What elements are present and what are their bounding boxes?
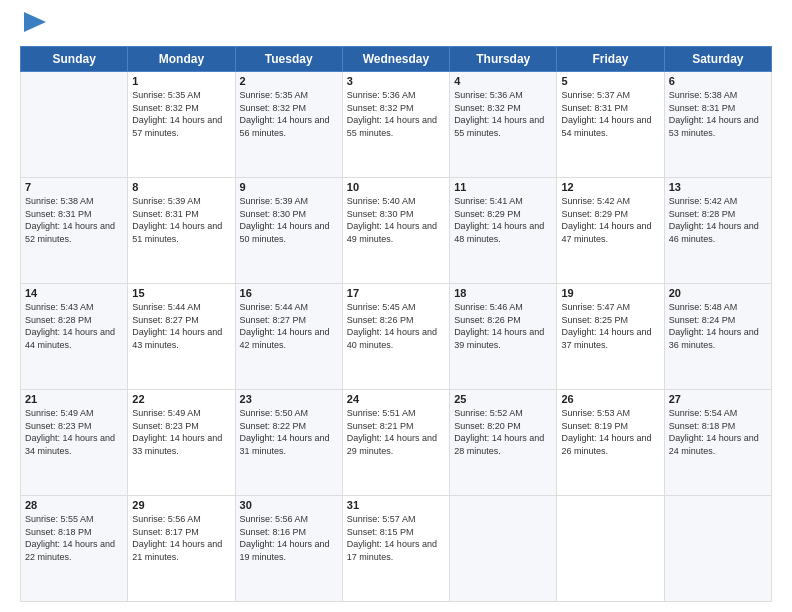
logo-arrow-icon bbox=[24, 12, 46, 32]
day-number: 10 bbox=[347, 181, 445, 193]
calendar-cell: 4Sunrise: 5:36 AMSunset: 8:32 PMDaylight… bbox=[450, 72, 557, 178]
calendar-cell: 27Sunrise: 5:54 AMSunset: 8:18 PMDayligh… bbox=[664, 390, 771, 496]
page: SundayMondayTuesdayWednesdayThursdayFrid… bbox=[0, 0, 792, 612]
calendar-cell: 10Sunrise: 5:40 AMSunset: 8:30 PMDayligh… bbox=[342, 178, 449, 284]
day-number: 13 bbox=[669, 181, 767, 193]
day-number: 15 bbox=[132, 287, 230, 299]
calendar-cell: 11Sunrise: 5:41 AMSunset: 8:29 PMDayligh… bbox=[450, 178, 557, 284]
cell-info: Sunrise: 5:49 AMSunset: 8:23 PMDaylight:… bbox=[25, 407, 123, 457]
day-number: 20 bbox=[669, 287, 767, 299]
calendar-cell bbox=[664, 496, 771, 602]
calendar-cell: 15Sunrise: 5:44 AMSunset: 8:27 PMDayligh… bbox=[128, 284, 235, 390]
cell-info: Sunrise: 5:36 AMSunset: 8:32 PMDaylight:… bbox=[454, 89, 552, 139]
cell-info: Sunrise: 5:39 AMSunset: 8:30 PMDaylight:… bbox=[240, 195, 338, 245]
calendar-cell: 20Sunrise: 5:48 AMSunset: 8:24 PMDayligh… bbox=[664, 284, 771, 390]
calendar-cell: 21Sunrise: 5:49 AMSunset: 8:23 PMDayligh… bbox=[21, 390, 128, 496]
day-number: 2 bbox=[240, 75, 338, 87]
cell-info: Sunrise: 5:54 AMSunset: 8:18 PMDaylight:… bbox=[669, 407, 767, 457]
day-number: 18 bbox=[454, 287, 552, 299]
day-number: 9 bbox=[240, 181, 338, 193]
calendar-week-row: 7Sunrise: 5:38 AMSunset: 8:31 PMDaylight… bbox=[21, 178, 772, 284]
cell-info: Sunrise: 5:43 AMSunset: 8:28 PMDaylight:… bbox=[25, 301, 123, 351]
cell-info: Sunrise: 5:39 AMSunset: 8:31 PMDaylight:… bbox=[132, 195, 230, 245]
day-number: 24 bbox=[347, 393, 445, 405]
cell-info: Sunrise: 5:56 AMSunset: 8:16 PMDaylight:… bbox=[240, 513, 338, 563]
calendar-cell: 14Sunrise: 5:43 AMSunset: 8:28 PMDayligh… bbox=[21, 284, 128, 390]
cell-info: Sunrise: 5:51 AMSunset: 8:21 PMDaylight:… bbox=[347, 407, 445, 457]
day-number: 14 bbox=[25, 287, 123, 299]
cell-info: Sunrise: 5:38 AMSunset: 8:31 PMDaylight:… bbox=[669, 89, 767, 139]
calendar-cell bbox=[21, 72, 128, 178]
weekday-header-tuesday: Tuesday bbox=[235, 47, 342, 72]
calendar-cell: 26Sunrise: 5:53 AMSunset: 8:19 PMDayligh… bbox=[557, 390, 664, 496]
day-number: 12 bbox=[561, 181, 659, 193]
day-number: 28 bbox=[25, 499, 123, 511]
calendar-cell: 13Sunrise: 5:42 AMSunset: 8:28 PMDayligh… bbox=[664, 178, 771, 284]
cell-info: Sunrise: 5:55 AMSunset: 8:18 PMDaylight:… bbox=[25, 513, 123, 563]
logo-text bbox=[20, 16, 46, 36]
calendar-cell: 12Sunrise: 5:42 AMSunset: 8:29 PMDayligh… bbox=[557, 178, 664, 284]
day-number: 27 bbox=[669, 393, 767, 405]
cell-info: Sunrise: 5:42 AMSunset: 8:29 PMDaylight:… bbox=[561, 195, 659, 245]
calendar-cell: 25Sunrise: 5:52 AMSunset: 8:20 PMDayligh… bbox=[450, 390, 557, 496]
cell-info: Sunrise: 5:40 AMSunset: 8:30 PMDaylight:… bbox=[347, 195, 445, 245]
day-number: 8 bbox=[132, 181, 230, 193]
header bbox=[20, 16, 772, 36]
svg-marker-0 bbox=[24, 12, 46, 32]
calendar-cell: 29Sunrise: 5:56 AMSunset: 8:17 PMDayligh… bbox=[128, 496, 235, 602]
cell-info: Sunrise: 5:44 AMSunset: 8:27 PMDaylight:… bbox=[240, 301, 338, 351]
cell-info: Sunrise: 5:35 AMSunset: 8:32 PMDaylight:… bbox=[132, 89, 230, 139]
calendar-cell: 17Sunrise: 5:45 AMSunset: 8:26 PMDayligh… bbox=[342, 284, 449, 390]
day-number: 16 bbox=[240, 287, 338, 299]
calendar-cell: 18Sunrise: 5:46 AMSunset: 8:26 PMDayligh… bbox=[450, 284, 557, 390]
calendar-cell: 22Sunrise: 5:49 AMSunset: 8:23 PMDayligh… bbox=[128, 390, 235, 496]
day-number: 5 bbox=[561, 75, 659, 87]
cell-info: Sunrise: 5:44 AMSunset: 8:27 PMDaylight:… bbox=[132, 301, 230, 351]
calendar-cell: 23Sunrise: 5:50 AMSunset: 8:22 PMDayligh… bbox=[235, 390, 342, 496]
cell-info: Sunrise: 5:48 AMSunset: 8:24 PMDaylight:… bbox=[669, 301, 767, 351]
cell-info: Sunrise: 5:37 AMSunset: 8:31 PMDaylight:… bbox=[561, 89, 659, 139]
calendar-week-row: 21Sunrise: 5:49 AMSunset: 8:23 PMDayligh… bbox=[21, 390, 772, 496]
calendar-cell: 31Sunrise: 5:57 AMSunset: 8:15 PMDayligh… bbox=[342, 496, 449, 602]
calendar-cell: 8Sunrise: 5:39 AMSunset: 8:31 PMDaylight… bbox=[128, 178, 235, 284]
cell-info: Sunrise: 5:45 AMSunset: 8:26 PMDaylight:… bbox=[347, 301, 445, 351]
calendar-week-row: 1Sunrise: 5:35 AMSunset: 8:32 PMDaylight… bbox=[21, 72, 772, 178]
day-number: 23 bbox=[240, 393, 338, 405]
cell-info: Sunrise: 5:36 AMSunset: 8:32 PMDaylight:… bbox=[347, 89, 445, 139]
day-number: 19 bbox=[561, 287, 659, 299]
cell-info: Sunrise: 5:49 AMSunset: 8:23 PMDaylight:… bbox=[132, 407, 230, 457]
calendar-cell bbox=[557, 496, 664, 602]
calendar-cell: 3Sunrise: 5:36 AMSunset: 8:32 PMDaylight… bbox=[342, 72, 449, 178]
cell-info: Sunrise: 5:50 AMSunset: 8:22 PMDaylight:… bbox=[240, 407, 338, 457]
calendar-cell: 9Sunrise: 5:39 AMSunset: 8:30 PMDaylight… bbox=[235, 178, 342, 284]
calendar-cell: 7Sunrise: 5:38 AMSunset: 8:31 PMDaylight… bbox=[21, 178, 128, 284]
day-number: 21 bbox=[25, 393, 123, 405]
calendar-week-row: 28Sunrise: 5:55 AMSunset: 8:18 PMDayligh… bbox=[21, 496, 772, 602]
cell-info: Sunrise: 5:57 AMSunset: 8:15 PMDaylight:… bbox=[347, 513, 445, 563]
day-number: 7 bbox=[25, 181, 123, 193]
calendar-cell: 5Sunrise: 5:37 AMSunset: 8:31 PMDaylight… bbox=[557, 72, 664, 178]
calendar-cell: 16Sunrise: 5:44 AMSunset: 8:27 PMDayligh… bbox=[235, 284, 342, 390]
day-number: 31 bbox=[347, 499, 445, 511]
weekday-row: SundayMondayTuesdayWednesdayThursdayFrid… bbox=[21, 47, 772, 72]
cell-info: Sunrise: 5:56 AMSunset: 8:17 PMDaylight:… bbox=[132, 513, 230, 563]
weekday-header-friday: Friday bbox=[557, 47, 664, 72]
weekday-header-thursday: Thursday bbox=[450, 47, 557, 72]
cell-info: Sunrise: 5:52 AMSunset: 8:20 PMDaylight:… bbox=[454, 407, 552, 457]
cell-info: Sunrise: 5:38 AMSunset: 8:31 PMDaylight:… bbox=[25, 195, 123, 245]
cell-info: Sunrise: 5:47 AMSunset: 8:25 PMDaylight:… bbox=[561, 301, 659, 351]
day-number: 22 bbox=[132, 393, 230, 405]
calendar-cell: 1Sunrise: 5:35 AMSunset: 8:32 PMDaylight… bbox=[128, 72, 235, 178]
weekday-header-wednesday: Wednesday bbox=[342, 47, 449, 72]
weekday-header-saturday: Saturday bbox=[664, 47, 771, 72]
calendar-cell: 24Sunrise: 5:51 AMSunset: 8:21 PMDayligh… bbox=[342, 390, 449, 496]
cell-info: Sunrise: 5:42 AMSunset: 8:28 PMDaylight:… bbox=[669, 195, 767, 245]
calendar-cell: 28Sunrise: 5:55 AMSunset: 8:18 PMDayligh… bbox=[21, 496, 128, 602]
day-number: 6 bbox=[669, 75, 767, 87]
day-number: 25 bbox=[454, 393, 552, 405]
logo bbox=[20, 16, 46, 36]
calendar-cell: 19Sunrise: 5:47 AMSunset: 8:25 PMDayligh… bbox=[557, 284, 664, 390]
calendar-body: 1Sunrise: 5:35 AMSunset: 8:32 PMDaylight… bbox=[21, 72, 772, 602]
weekday-header-monday: Monday bbox=[128, 47, 235, 72]
day-number: 4 bbox=[454, 75, 552, 87]
